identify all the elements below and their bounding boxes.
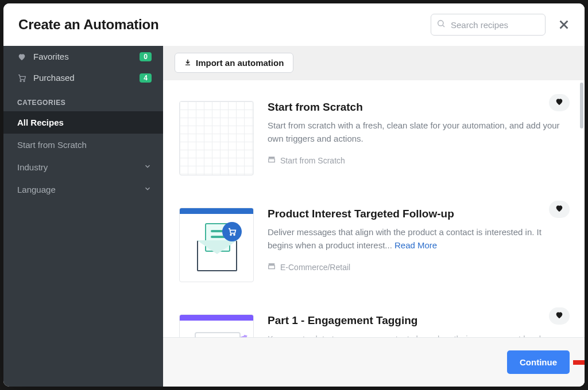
sidebar-item-start-from-scratch[interactable]: Start from Scratch [3, 134, 163, 156]
recipe-content: Product Interest Targeted Follow-up Deli… [268, 208, 568, 282]
main-panel: Import an automation Start from Scratch … [163, 46, 585, 387]
envelope-flap-icon [197, 240, 237, 258]
sidebar-item-label: Start from Scratch [17, 140, 152, 150]
svg-rect-7 [269, 157, 275, 158]
svg-line-1 [443, 25, 444, 27]
continue-button[interactable]: Continue [507, 350, 570, 374]
favorite-button[interactable] [549, 307, 570, 325]
read-more-link[interactable]: Read More [394, 240, 437, 250]
heart-icon [555, 204, 564, 215]
search-input[interactable] [431, 14, 546, 36]
sidebar-item-label: Favorites [33, 52, 140, 61]
recipe-title: Part 1 - Engagement Tagging [268, 314, 568, 327]
recipe-card[interactable]: Product Interest Targeted Follow-up Deli… [176, 198, 572, 297]
svg-point-5 [24, 80, 25, 81]
favorite-button[interactable] [549, 201, 570, 218]
sidebar-item-language[interactable]: Language [3, 178, 163, 201]
chevron-down-icon [144, 185, 152, 194]
heart-icon [555, 97, 564, 108]
favorite-button[interactable] [549, 94, 570, 111]
recipes-list: Start from Scratch Start from scratch wi… [163, 80, 585, 337]
download-arrow-icon [184, 58, 191, 68]
modal-header: Create an Automation [3, 3, 585, 46]
chevron-down-icon [144, 162, 152, 172]
grid-pattern-icon [180, 102, 253, 175]
favorites-count-badge: 0 [140, 52, 152, 61]
svg-rect-11 [269, 263, 275, 264]
cart-badge-icon [222, 222, 242, 241]
sidebar-item-favorites[interactable]: Favorites 0 [3, 46, 163, 67]
heart-icon [555, 310, 564, 322]
recipe-card[interactable]: Start from Scratch Start from scratch wi… [176, 92, 572, 190]
search-wrap [431, 14, 546, 36]
svg-point-9 [230, 234, 231, 235]
recipe-thumbnail [179, 208, 254, 282]
sidebar-item-all-recipes[interactable]: All Recipes [3, 111, 163, 134]
template-icon [268, 155, 276, 165]
template-icon [268, 262, 276, 272]
scrollbar-thumb[interactable] [580, 83, 583, 128]
recipe-description: Deliver messages that align with the pro… [268, 226, 568, 252]
search-icon [436, 19, 446, 30]
recipe-content: Part 1 - Engagement Tagging Keep up-to-d… [268, 314, 568, 337]
close-button[interactable] [556, 17, 572, 33]
import-button-label: Import an automation [196, 58, 284, 68]
sidebar-item-industry[interactable]: Industry [3, 156, 163, 178]
recipe-category: Start from Scratch [280, 156, 345, 165]
sidebar-item-purchased[interactable]: Purchased 4 [3, 67, 163, 88]
recipe-card[interactable]: Part 1 - Engagement Tagging Keep up-to-d… [176, 305, 572, 337]
sidebar-item-label: All Recipes [17, 118, 152, 127]
recipe-footer: Start from Scratch [268, 155, 568, 165]
svg-rect-6 [185, 65, 190, 65]
svg-rect-12 [269, 266, 275, 269]
toolbar: Import an automation [163, 46, 585, 80]
svg-point-4 [20, 80, 21, 81]
svg-point-10 [234, 234, 235, 235]
create-automation-modal: Create an Automation Favorites 0 [3, 3, 585, 387]
heart-icon [17, 52, 26, 61]
sidebar-item-label: Industry [17, 162, 144, 172]
thumb-accent-bar [180, 315, 253, 321]
svg-point-0 [438, 21, 443, 26]
recipes-scroll[interactable]: Start from Scratch Start from scratch wi… [163, 80, 585, 337]
recipe-description: Start from scratch with a fresh, clean s… [268, 119, 568, 145]
sidebar-item-label: Purchased [33, 73, 140, 83]
import-automation-button[interactable]: Import an automation [175, 53, 293, 73]
modal-footer: Continue [163, 337, 585, 387]
svg-rect-8 [269, 159, 275, 162]
recipe-content: Start from Scratch Start from scratch wi… [268, 101, 568, 176]
modal-body: Favorites 0 Purchased 4 CATEGORIES All R… [3, 46, 585, 387]
recipe-footer: E-Commerce/Retail [268, 262, 568, 272]
sidebar-item-label: Language [17, 185, 144, 194]
recipe-thumbnail [179, 101, 254, 176]
modal-title: Create an Automation [18, 17, 431, 33]
recipe-title: Start from Scratch [268, 101, 568, 114]
recipe-thumbnail [179, 314, 254, 337]
sidebar: Favorites 0 Purchased 4 CATEGORIES All R… [3, 46, 163, 387]
cart-icon [17, 73, 26, 83]
categories-heading: CATEGORIES [3, 88, 163, 111]
recipe-description: Keep up-to-date tags on your contacts ba… [268, 333, 568, 337]
recipe-category: E-Commerce/Retail [280, 263, 350, 272]
thumb-accent-bar [180, 208, 253, 214]
annotation-arrow-icon [571, 350, 585, 375]
purchased-count-badge: 4 [140, 73, 152, 83]
recipe-title: Product Interest Targeted Follow-up [268, 208, 568, 220]
